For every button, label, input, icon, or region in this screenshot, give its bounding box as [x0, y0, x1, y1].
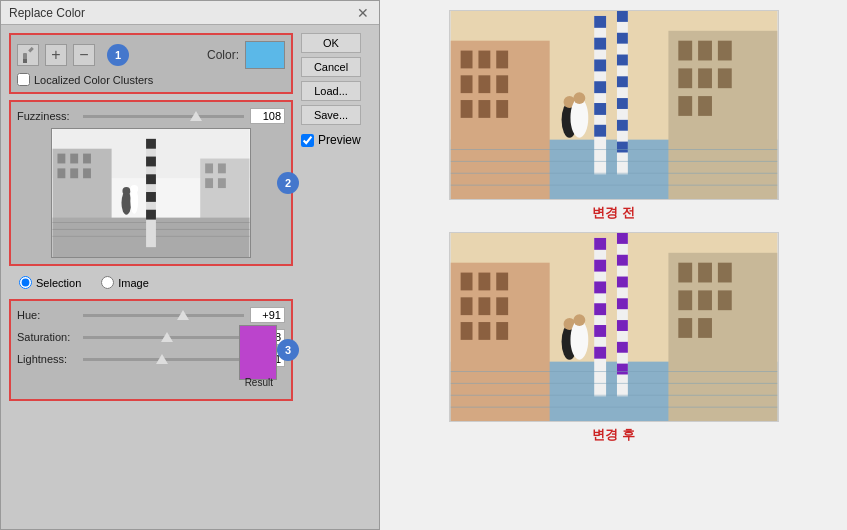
- hue-thumb[interactable]: [177, 310, 189, 320]
- section-hsl: Hue: +91 Saturation:: [9, 299, 293, 401]
- lightness-label: Lightness:: [17, 353, 77, 365]
- section-preview: Fuzziness: 108: [9, 100, 293, 266]
- svg-rect-53: [594, 16, 606, 28]
- svg-rect-24: [146, 174, 156, 184]
- svg-rect-6: [57, 154, 65, 164]
- hue-slider-container: [83, 307, 244, 323]
- save-button[interactable]: Save...: [301, 105, 361, 125]
- after-photo-frame: [449, 232, 779, 422]
- svg-rect-45: [698, 41, 712, 61]
- svg-rect-84: [460, 322, 472, 340]
- svg-rect-14: [218, 163, 226, 173]
- saturation-thumb[interactable]: [161, 332, 173, 342]
- localized-color-checkbox[interactable]: [17, 73, 30, 86]
- selection-label: Selection: [36, 277, 81, 289]
- svg-rect-102: [594, 347, 606, 359]
- svg-rect-91: [678, 290, 692, 310]
- svg-rect-22: [146, 139, 156, 149]
- svg-point-70: [573, 92, 585, 104]
- eyedropper-add-button[interactable]: +: [45, 44, 67, 66]
- load-button[interactable]: Load...: [301, 81, 361, 101]
- svg-rect-11: [83, 168, 91, 178]
- fuzziness-value: 108: [250, 108, 285, 124]
- fuzziness-track: [83, 115, 244, 118]
- svg-rect-66: [616, 142, 627, 153]
- svg-rect-0: [28, 47, 34, 53]
- svg-rect-97: [594, 238, 606, 250]
- svg-rect-36: [496, 51, 508, 69]
- dialog-buttons-panel: OK Cancel Load... Save... Preview: [301, 33, 371, 521]
- replace-color-dialog: Replace Color ✕ + − 1: [0, 0, 380, 530]
- svg-rect-48: [698, 68, 712, 88]
- preview-label: Preview: [318, 133, 361, 147]
- svg-rect-49: [717, 68, 731, 88]
- after-caption: 변경 후: [592, 426, 635, 444]
- svg-rect-10: [70, 168, 78, 178]
- color-swatch[interactable]: [245, 41, 285, 69]
- fuzziness-label: Fuzziness:: [17, 110, 77, 122]
- preview-svg: [52, 129, 250, 257]
- badge-1: 1: [107, 44, 129, 66]
- cancel-button[interactable]: Cancel: [301, 57, 361, 77]
- fuzziness-slider-container: [83, 108, 244, 124]
- image-label: Image: [118, 277, 149, 289]
- selection-radio[interactable]: [19, 276, 32, 289]
- svg-rect-41: [478, 100, 490, 118]
- svg-rect-104: [616, 233, 627, 244]
- fuzziness-thumb[interactable]: [190, 111, 202, 121]
- svg-rect-2: [23, 59, 27, 63]
- lightness-track: [83, 358, 244, 361]
- svg-rect-16: [218, 178, 226, 188]
- result-swatch: [239, 325, 277, 380]
- svg-rect-39: [496, 75, 508, 93]
- svg-rect-99: [594, 281, 606, 293]
- ok-button[interactable]: OK: [301, 33, 361, 53]
- svg-rect-23: [146, 157, 156, 167]
- lightness-thumb[interactable]: [156, 354, 168, 364]
- svg-rect-80: [496, 273, 508, 291]
- svg-rect-46: [717, 41, 731, 61]
- image-radio-option[interactable]: Image: [101, 276, 149, 289]
- svg-rect-85: [478, 322, 490, 340]
- eyedropper-sample-button[interactable]: [17, 44, 39, 66]
- svg-rect-60: [616, 11, 627, 22]
- svg-rect-25: [146, 192, 156, 202]
- svg-rect-63: [616, 76, 627, 87]
- svg-rect-56: [594, 81, 606, 93]
- hue-value: +91: [250, 307, 285, 323]
- svg-rect-101: [594, 325, 606, 337]
- preview-row: Preview: [301, 133, 371, 147]
- selection-radio-option[interactable]: Selection: [19, 276, 81, 289]
- svg-rect-65: [616, 120, 627, 131]
- eyedropper-remove-button[interactable]: −: [73, 44, 95, 66]
- svg-rect-90: [717, 263, 731, 283]
- svg-rect-107: [616, 298, 627, 309]
- lightness-slider-container: [83, 351, 244, 367]
- svg-rect-51: [698, 96, 712, 116]
- saturation-track: [83, 336, 244, 339]
- svg-rect-79: [478, 273, 490, 291]
- svg-rect-7: [70, 154, 78, 164]
- svg-rect-40: [460, 100, 472, 118]
- eyedropper-row: + − 1 Color:: [17, 41, 285, 69]
- svg-rect-86: [496, 322, 508, 340]
- svg-rect-15: [205, 178, 213, 188]
- svg-rect-50: [678, 96, 692, 116]
- svg-rect-38: [478, 75, 490, 93]
- svg-point-114: [573, 314, 585, 326]
- svg-rect-34: [460, 51, 472, 69]
- svg-rect-8: [83, 154, 91, 164]
- svg-rect-92: [698, 290, 712, 310]
- hue-row: Hue: +91: [17, 307, 285, 323]
- eyedropper-icon: [21, 47, 35, 63]
- image-radio[interactable]: [101, 276, 114, 289]
- preview-checkbox[interactable]: [301, 134, 314, 147]
- close-button[interactable]: ✕: [355, 5, 371, 21]
- svg-rect-78: [460, 273, 472, 291]
- svg-rect-100: [594, 303, 606, 315]
- hue-track: [83, 314, 244, 317]
- badge-3: 3: [277, 339, 299, 361]
- dialog-titlebar: Replace Color ✕: [1, 1, 379, 25]
- svg-rect-57: [594, 103, 606, 115]
- svg-rect-62: [616, 55, 627, 66]
